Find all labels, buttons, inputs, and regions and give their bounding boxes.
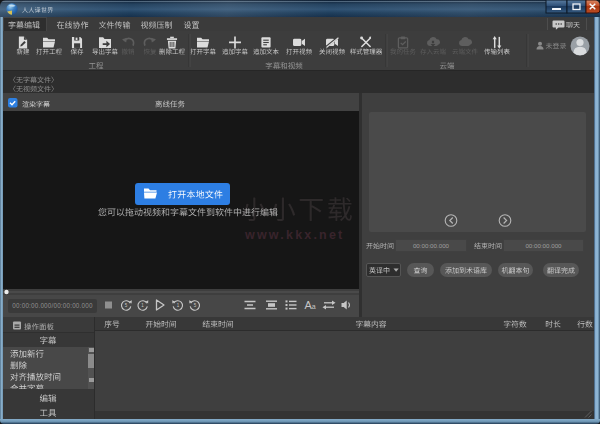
svg-text:1: 1 (141, 303, 144, 308)
svg-text:5: 5 (194, 303, 197, 308)
svg-text:5: 5 (125, 303, 128, 308)
svg-text:Aa: Aa (304, 299, 315, 311)
svg-text:1: 1 (177, 303, 180, 308)
